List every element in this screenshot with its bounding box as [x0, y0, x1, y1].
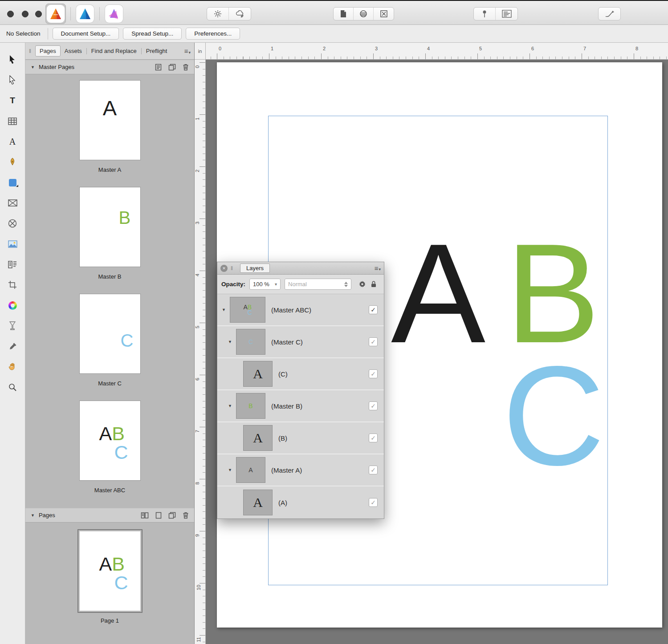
frame-text-tool[interactable]: T [5, 93, 20, 108]
page-item[interactable]: AB C Page 1 [80, 531, 140, 625]
canvas-viewport[interactable]: AB C ✕ ‖ Layers ≡▾ Opacity: 100 % ▾ Norm… [206, 60, 668, 644]
flower-button[interactable] [207, 8, 229, 20]
tab-find-and-replace[interactable]: Find and Replace [87, 46, 141, 56]
insert-pages-icon[interactable] [141, 512, 149, 519]
cloud-pen-button[interactable] [229, 8, 251, 20]
disclosure-triangle-icon[interactable]: ▼ [228, 468, 236, 472]
zoom-window-button[interactable] [35, 11, 42, 17]
opacity-dropdown[interactable]: 100 % ▾ [249, 279, 281, 290]
text-frame-setup-tool[interactable] [5, 257, 20, 271]
layer-thumbnail[interactable]: A [236, 457, 265, 483]
horizontal-ruler[interactable]: 0 1 2 3 4 5 6 7 8 [206, 43, 668, 60]
master-c-thumbnail[interactable]: C [80, 294, 140, 373]
panel-grip[interactable]: ‖ [29, 48, 32, 54]
layer-row-master-abc[interactable]: ▼ AB C (Master ABC) ✓ [217, 294, 384, 326]
spread-setup-button[interactable]: Spread Setup... [123, 28, 182, 40]
paintbrush-button[interactable] [599, 8, 620, 20]
layer-row-master-c[interactable]: ▼ C (Master C) ✓ [217, 326, 384, 358]
transparency-tool[interactable] [5, 319, 20, 333]
layer-visibility-checkbox[interactable]: ✓ [369, 401, 378, 410]
layer-thumbnail[interactable]: A [243, 361, 273, 387]
layer-visibility-checkbox[interactable]: ✓ [369, 498, 378, 507]
trash-icon[interactable] [183, 512, 189, 519]
letter-c[interactable]: C [502, 336, 605, 494]
layer-visibility-checkbox[interactable]: ✓ [369, 305, 378, 314]
master-page-item[interactable]: C Master C [80, 294, 140, 388]
disclosure-triangle-icon[interactable]: ▼ [31, 65, 35, 69]
pen-tool[interactable] [5, 155, 20, 169]
layer-row-c[interactable]: A (C) ✓ [217, 358, 384, 390]
layer-visibility-checkbox[interactable]: ✓ [369, 466, 378, 474]
striped-circle-button[interactable] [354, 8, 374, 20]
layer-visibility-checkbox[interactable]: ✓ [369, 433, 378, 442]
layer-thumbnail[interactable]: A [243, 425, 273, 451]
duplicate-icon[interactable] [168, 64, 176, 71]
layer-row-master-b[interactable]: ▼ B (Master B) ✓ [217, 390, 384, 422]
tab-preflight[interactable]: Preflight [142, 46, 171, 56]
table-tool[interactable] [5, 114, 20, 128]
document-setup-button[interactable]: Document Setup... [53, 28, 119, 40]
layer-lock-button[interactable] [371, 280, 377, 288]
layer-thumbnail[interactable]: A [243, 490, 273, 515]
page-1-thumbnail[interactable]: AB C [80, 531, 140, 611]
close-panel-button[interactable]: ✕ [220, 265, 228, 272]
disclosure-triangle-icon[interactable]: ▼ [228, 340, 236, 344]
picture-frame-rectangle-tool[interactable] [5, 196, 20, 210]
place-image-tool[interactable] [5, 237, 20, 251]
layer-visibility-checkbox[interactable]: ✓ [369, 337, 378, 346]
view-tool[interactable] [5, 360, 20, 374]
color-tool[interactable] [5, 298, 20, 312]
crop-tool[interactable] [5, 278, 20, 292]
tab-layers[interactable]: Layers [240, 263, 270, 273]
add-page-icon[interactable] [155, 512, 162, 519]
trash-icon[interactable] [183, 64, 189, 71]
master-b-thumbnail[interactable]: B [80, 187, 140, 267]
pages-section-header[interactable]: ▼ Pages [25, 508, 194, 522]
boxed-x-button[interactable] [374, 8, 394, 20]
pin-button[interactable] [474, 8, 496, 20]
designer-persona-button[interactable] [75, 4, 95, 24]
list-lines-button[interactable] [496, 8, 517, 20]
master-page-item[interactable]: A Master A [80, 81, 140, 174]
layer-visibility-checkbox[interactable]: ✓ [369, 369, 378, 378]
duplicate-icon[interactable] [168, 512, 176, 519]
tab-assets[interactable]: Assets [61, 46, 86, 56]
canvas-text-line-2[interactable]: C [502, 345, 605, 486]
artistic-text-tool[interactable]: A [5, 134, 20, 149]
color-picker-tool[interactable] [5, 339, 20, 353]
master-page-item[interactable]: B Master B [80, 187, 140, 281]
rectangle-tool[interactable] [5, 175, 20, 190]
master-pages-section-header[interactable]: ▼ Master Pages [25, 60, 194, 74]
panel-grip[interactable]: ‖ [231, 265, 233, 271]
master-abc-thumbnail[interactable]: AB C [80, 401, 140, 480]
panel-menu-button[interactable]: ≡▾ [184, 47, 191, 55]
close-window-button[interactable] [7, 11, 14, 17]
tab-pages[interactable]: Pages [35, 45, 61, 57]
preferences-button[interactable]: Preferences... [186, 28, 240, 40]
blend-mode-dropdown[interactable]: Normal [285, 279, 351, 290]
publisher-persona-button[interactable] [45, 4, 66, 24]
layer-row-b[interactable]: A (B) ✓ [217, 422, 384, 454]
photo-persona-button[interactable] [104, 4, 124, 24]
disclosure-triangle-icon[interactable]: ▼ [31, 513, 35, 518]
ruler-unit-corner[interactable]: in [195, 43, 206, 60]
disclosure-triangle-icon[interactable]: ▼ [228, 404, 236, 408]
layer-row-master-a[interactable]: ▼ A (Master A) ✓ [217, 454, 384, 486]
add-master-icon[interactable] [155, 64, 162, 71]
disclosure-triangle-icon[interactable]: ▼ [222, 308, 230, 312]
zoom-tool[interactable] [5, 380, 20, 394]
move-tool[interactable] [5, 53, 20, 67]
master-a-thumbnail[interactable]: A [80, 81, 140, 160]
vertical-ruler[interactable]: 0 1 2 3 4 5 6 7 8 9 10 11 [195, 60, 206, 644]
folded-page-button[interactable] [334, 8, 354, 20]
master-page-item[interactable]: AB C Master ABC [80, 401, 140, 495]
layer-thumbnail[interactable]: C [236, 329, 265, 355]
layer-thumbnail[interactable]: B [236, 393, 265, 419]
layer-row-a[interactable]: A (A) ✓ [217, 486, 384, 518]
layer-thumbnail[interactable]: AB C [230, 297, 265, 323]
minimize-window-button[interactable] [22, 11, 29, 17]
node-tool[interactable] [5, 73, 20, 87]
letter-a[interactable]: A [391, 214, 485, 372]
panel-menu-button[interactable]: ≡▾ [375, 264, 381, 272]
layer-settings-button[interactable] [358, 280, 367, 288]
